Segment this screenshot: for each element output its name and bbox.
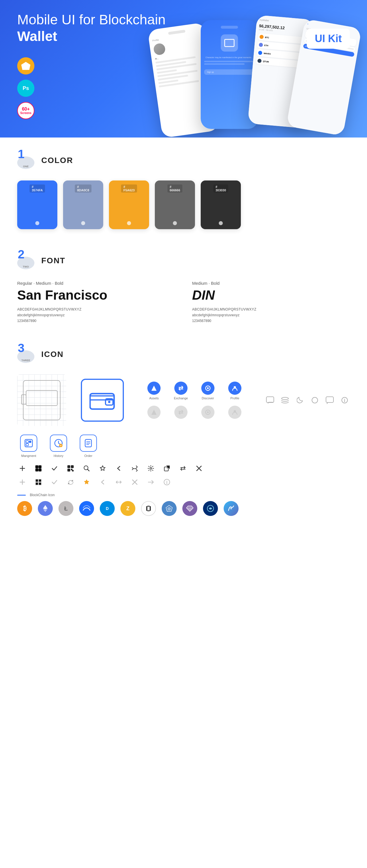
font-number-big: 2: [18, 248, 24, 261]
layers-icon: [280, 395, 290, 405]
exchange-label: Exchange: [174, 397, 188, 400]
mangment-icon-item: Mangment: [17, 435, 40, 458]
wallet-wireframe-tab: [21, 395, 26, 404]
svg-point-6: [207, 387, 209, 389]
close-icon: [194, 463, 204, 473]
svg-rect-12: [266, 397, 274, 402]
btg-icon: [224, 501, 238, 516]
discover-icon-inactive: [198, 406, 218, 419]
zcash-icon: Z: [120, 501, 135, 516]
wallet-wireframe-container: [17, 374, 66, 426]
svg-marker-4: [151, 385, 157, 391]
refresh-icon-gray: [65, 477, 76, 487]
svg-rect-31: [72, 466, 73, 467]
svg-rect-19: [26, 443, 28, 446]
info-icon-gray: [162, 477, 172, 487]
external-link-icon: [162, 463, 172, 473]
svg-marker-42: [43, 505, 48, 509]
sf-styles: Regular · Medium · Bold: [17, 281, 175, 286]
assets-icon: [147, 381, 161, 395]
sf-uppercase: ABCDEFGHIJKLMNOPQRSTUVWXYZ: [17, 307, 175, 311]
circle-icon: [310, 395, 320, 405]
iota-icon: [141, 501, 156, 516]
icon-section: 3 THREE ICON: [17, 332, 350, 536]
hero-section: Mobile UI for Blockchain Wallet Ps 60+ S…: [0, 0, 367, 137]
bitcoin-icon: ₿: [17, 501, 32, 516]
font-block-din: Medium · Bold DIN ABCDEFGHIJKLMNOPQRSTUV…: [192, 281, 350, 323]
qr-icon: [65, 463, 76, 473]
assets-icon-inactive: [144, 406, 164, 419]
swatch-gray: #666666: [155, 181, 195, 229]
swatch-slate: #8DA0C8: [63, 181, 103, 229]
ps-label: Ps: [23, 85, 29, 91]
exchange-icon-inactive: [171, 406, 191, 419]
settings-icon: [146, 463, 156, 473]
icon-number-big: 3: [18, 341, 24, 355]
svg-rect-27: [39, 469, 41, 471]
din-styles: Medium · Bold: [192, 281, 350, 286]
share-icon: [130, 463, 140, 473]
svg-rect-20: [29, 441, 31, 443]
order-icon-item: Order: [77, 435, 100, 458]
sf-name: San Francisco: [17, 287, 175, 303]
svg-point-10: [207, 411, 209, 413]
svg-rect-33: [68, 469, 69, 471]
screens-badge: 60+ Screens: [17, 102, 34, 119]
app-icons-row: Mangment History: [17, 435, 350, 458]
swatch-dark: #303030: [201, 181, 241, 229]
din-uppercase: ABCDEFGHIJKLMNOPQRSTUVWXYZ: [192, 307, 350, 311]
swatch-dot-gray: [173, 221, 177, 225]
font-grid: Regular · Medium · Bold San Francisco AB…: [17, 281, 350, 323]
cross-gray: [130, 477, 140, 487]
swatch-hex-slate: #8DA0C8: [75, 185, 91, 192]
svg-point-49: [230, 507, 232, 509]
font-section-title: FONT: [41, 256, 65, 265]
svg-rect-25: [39, 466, 41, 468]
named-icons-inactive-row: [144, 406, 245, 419]
waves-icon: [79, 501, 94, 516]
screens-label: Screens: [20, 112, 32, 115]
profile-icon-inactive: [225, 406, 245, 419]
svg-rect-29: [68, 466, 69, 467]
swatch-orange: #F5A623: [109, 181, 149, 229]
swap-icon: [178, 463, 188, 473]
swatch-dot-orange: [127, 221, 131, 225]
history-icon: [50, 435, 67, 452]
color-section-number: 1 ONE: [17, 152, 34, 169]
profile-icon: [228, 381, 242, 395]
exchange-icon-item: Exchange: [171, 381, 191, 400]
gem-icon: [182, 501, 197, 516]
wallet-blue-container: [78, 374, 127, 426]
svg-rect-18: [26, 441, 28, 443]
plus-icon: [17, 463, 28, 473]
plus-icon-gray: [17, 477, 28, 487]
litecoin-icon: Ł: [58, 501, 74, 516]
swatch-hex-gray: #666666: [167, 185, 182, 192]
profile-label: Profile: [230, 397, 239, 400]
sketch-badge: [17, 57, 34, 74]
ethereum-icon: [38, 501, 53, 516]
svg-point-14: [312, 397, 318, 403]
discover-icon-gray: [201, 406, 215, 419]
svg-rect-40: [39, 483, 41, 485]
crypto-row: ₿ Ł D Z: [17, 501, 350, 527]
order-icon: [80, 435, 97, 452]
discover-label: Discover: [202, 397, 214, 400]
color-section: 1 ONE COLOR #3574FA #8DA0C8 #F5A623 #666: [17, 137, 350, 238]
wallet-blue-icon: [81, 379, 124, 422]
moon-icon: [295, 395, 305, 405]
font-section-number: 2 TWO: [17, 252, 34, 269]
icon-main-row: Assets Exchange: [17, 374, 350, 426]
arrow-right-gray: [146, 477, 156, 487]
blockchain-line: [17, 495, 26, 496]
ps-badge: Ps: [17, 80, 34, 97]
svg-rect-26: [35, 469, 38, 471]
svg-rect-38: [39, 479, 41, 482]
icon-section-title: ICON: [41, 350, 64, 359]
blockchain-label: BlockChain Icon: [30, 493, 55, 497]
star-icon: [97, 463, 108, 473]
order-label: Order: [84, 454, 92, 458]
icon-number-label: THREE: [22, 359, 30, 362]
history-icon-item: History: [47, 435, 70, 458]
mangment-icon: [20, 435, 37, 452]
